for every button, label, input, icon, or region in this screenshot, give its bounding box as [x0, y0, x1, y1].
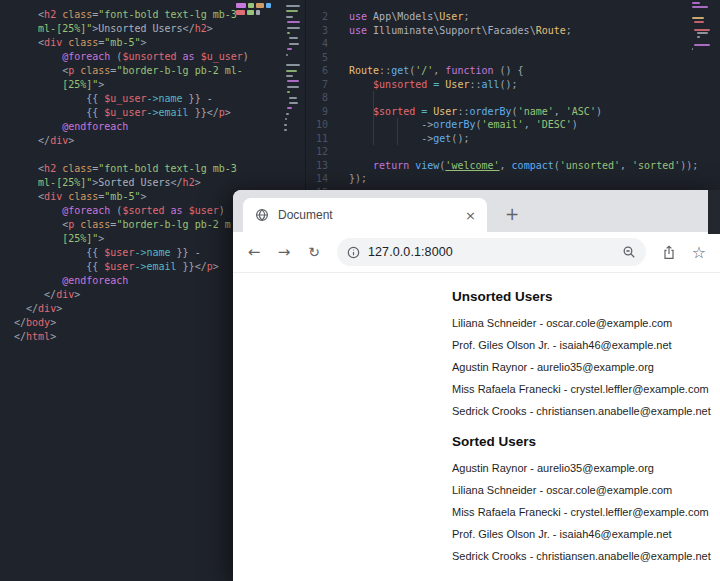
minimap-line: [287, 80, 298, 82]
minimap-line: [287, 107, 292, 109]
code-line: 11 ->get();: [306, 132, 698, 146]
code-line: 7 $unsorted = User::all();: [306, 78, 698, 92]
code-token: >: [213, 261, 219, 272]
code-token: });: [349, 173, 367, 184]
code-line: </html>: [14, 330, 249, 344]
zoom-icon[interactable]: [622, 245, 636, 259]
code-line: [25%]">: [14, 78, 249, 92]
site-info-icon[interactable]: [347, 246, 360, 259]
code-token: $u_user: [104, 107, 146, 118]
code-line: </body>: [14, 316, 249, 330]
code-token: ,: [620, 160, 632, 171]
browser-tab-strip: Document × +: [233, 190, 720, 232]
code-line: [25%]">: [14, 232, 249, 246]
code-token: @foreach: [14, 51, 110, 62]
line-number: 6: [306, 64, 328, 78]
minimap-line: [284, 124, 287, 126]
browser-tab[interactable]: Document ×: [243, 198, 487, 232]
code-token: ();: [500, 79, 518, 90]
code-line: </div>: [14, 302, 249, 316]
sorted-users-list: Agustin Raynor - aurelio35@example.orgLi…: [452, 462, 720, 563]
code-token: (: [110, 51, 122, 62]
minimap-right[interactable]: [692, 2, 718, 55]
code-token: 'sorted': [632, 160, 680, 171]
code-token: >: [140, 191, 146, 202]
line-number: 13: [306, 159, 328, 173]
unsorted-users-heading: Unsorted Users: [452, 289, 720, 304]
bookmark-star-icon[interactable]: ☆: [684, 237, 714, 267]
code-token: $user: [104, 261, 134, 272]
code-token: "border-b-lg pb-2 m: [116, 219, 230, 230]
code-token: $u_user: [104, 93, 146, 104]
code-line: ml-[25%]">Sorted Users</h2>: [14, 176, 249, 190]
code-token: ->: [349, 133, 433, 144]
minimap-line: [286, 16, 294, 18]
code-token: h2: [183, 177, 195, 188]
code-token: "mb-5": [104, 191, 140, 202]
code-token: $user: [189, 205, 219, 216]
code-token: class: [62, 163, 92, 174]
code-token: ->email: [134, 261, 176, 272]
code-token: </: [14, 303, 38, 314]
minimap-left[interactable]: [284, 5, 304, 134]
code-token: 'name': [518, 106, 554, 117]
code-line: </div>: [14, 288, 249, 302]
forward-button[interactable]: →: [269, 237, 299, 267]
code-token: User: [433, 106, 457, 117]
code-line: <p class="border-b-lg pb-2 ml-: [14, 64, 249, 78]
code-token: </: [183, 23, 195, 34]
code-token: "font-bold text-lg mb-3: [98, 163, 236, 174]
routes-php-code: 2use App\Models\User;3use Illuminate\Sup…: [306, 10, 698, 199]
code-line: </div>: [14, 134, 249, 148]
code-line: 6Route::get('/', function () {: [306, 64, 698, 78]
code-token: "font-bold text-lg mb-3: [98, 9, 236, 20]
minimap-line: [289, 37, 298, 39]
back-button[interactable]: ←: [239, 237, 269, 267]
code-token: @endforeach: [14, 121, 128, 132]
code-token: ->name: [134, 247, 170, 258]
close-tab-icon[interactable]: ×: [462, 207, 479, 224]
code-token: class: [68, 191, 98, 202]
code-line: <h2 class="font-bold text-lg mb-3: [14, 162, 249, 176]
code-token: 'email': [481, 119, 523, 130]
browser-toolbar: ← → ↻ 127.0.0.1:8000: [233, 232, 720, 273]
clipped-code-fragment: [236, 3, 278, 15]
code-token: ::: [379, 65, 391, 76]
minimap-line: [692, 17, 704, 19]
code-token: as: [177, 51, 201, 62]
code-token: $user: [104, 247, 134, 258]
code-token: >: [74, 289, 80, 300]
code-line: 9 $sorted = User::orderBy('name', 'ASC'): [306, 105, 698, 119]
code-token: "mb-5": [104, 37, 140, 48]
code-token: </: [14, 317, 26, 328]
share-icon[interactable]: [654, 237, 684, 267]
code-token: </: [195, 261, 207, 272]
code-token: $unsorted: [349, 79, 427, 90]
code-token: h2: [44, 9, 56, 20]
user-list-item: Liliana Schneider - oscar.cole@example.c…: [452, 317, 720, 330]
code-line: 14});: [306, 172, 698, 186]
url-text[interactable]: 127.0.0.1:8000: [368, 245, 622, 259]
code-token: Route: [536, 25, 566, 36]
code-token: >: [207, 23, 213, 34]
code-token: <: [14, 9, 44, 20]
code-token: html: [26, 331, 50, 342]
code-token: [25%]": [14, 79, 98, 90]
code-token: 'DESC': [536, 119, 572, 130]
user-list-item: Agustin Raynor - aurelio35@example.org: [452, 361, 720, 374]
minimap-line: [286, 54, 289, 56]
code-token: "border-b-lg pb-2 ml-: [116, 65, 242, 76]
code-token: compact: [512, 160, 554, 171]
line-number: 5: [306, 51, 328, 65]
reload-button[interactable]: ↻: [299, 237, 329, 267]
code-token: class: [80, 219, 110, 230]
code-token: 'ASC': [566, 106, 596, 117]
code-token: >: [50, 331, 56, 342]
code-token: }}: [171, 247, 195, 258]
new-tab-button[interactable]: +: [499, 201, 525, 227]
code-token: div: [44, 191, 62, 202]
code-token: }}: [183, 93, 207, 104]
address-bar[interactable]: 127.0.0.1:8000: [337, 238, 646, 266]
minimap-line: [289, 97, 297, 99]
code-token: Route: [349, 65, 379, 76]
